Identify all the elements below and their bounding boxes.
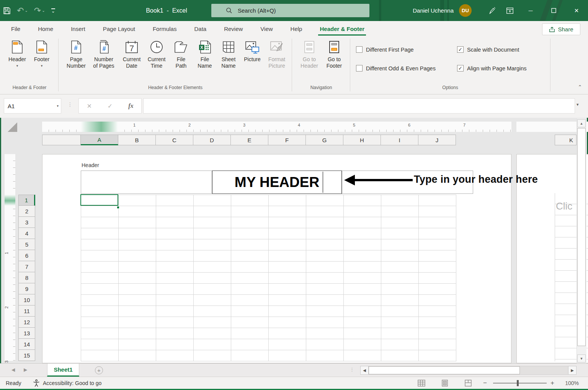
- checkbox-scale-with-document[interactable]: ✓ Scale with Document: [457, 46, 519, 53]
- share-button[interactable]: Share: [542, 23, 580, 35]
- zoom-level[interactable]: 100%: [561, 380, 579, 386]
- pen-sparkle-button[interactable]: [482, 0, 501, 21]
- checkbox-align-page-margins[interactable]: ✓ Align with Page Margins: [457, 65, 527, 72]
- normal-view-button[interactable]: [417, 379, 426, 387]
- column-header-E[interactable]: E: [231, 135, 268, 145]
- search-input[interactable]: Search (Alt+Q): [211, 4, 369, 17]
- insert-function-icon[interactable]: fx: [128, 102, 133, 109]
- row-header-12[interactable]: 12: [18, 317, 35, 328]
- tab-header-footer[interactable]: Header & Footer: [318, 21, 366, 36]
- tab-help[interactable]: Help: [289, 21, 304, 36]
- ribbon-display-options-button[interactable]: [501, 0, 519, 21]
- column-header-J[interactable]: J: [418, 135, 456, 145]
- tab-home[interactable]: Home: [36, 21, 55, 36]
- format-picture-button[interactable]: FormatPicture: [263, 39, 290, 69]
- redo-dropdown-icon[interactable]: ⌄: [42, 8, 45, 13]
- checkbox-different-odd-even[interactable]: Different Odd & Even Pages: [356, 65, 436, 72]
- horizontal-scrollbar-thumb[interactable]: [369, 366, 520, 374]
- column-header-B[interactable]: B: [118, 135, 156, 145]
- column-header-F[interactable]: F: [268, 135, 306, 145]
- zoom-slider-handle[interactable]: [517, 380, 519, 386]
- collapse-ribbon-button[interactable]: ⌃: [575, 83, 585, 91]
- row-header-2[interactable]: 2: [18, 206, 35, 217]
- column-header-A[interactable]: A: [81, 135, 118, 145]
- enter-icon[interactable]: ✓: [108, 102, 113, 110]
- column-header-H[interactable]: H: [343, 135, 381, 145]
- customize-qat-button[interactable]: ⌄: [48, 3, 58, 18]
- sheet-name-button[interactable]: SheetName: [215, 39, 242, 69]
- row-header-9[interactable]: 9: [18, 283, 35, 294]
- zoom-in-button[interactable]: +: [550, 379, 554, 387]
- expand-formula-bar-icon[interactable]: ▾: [577, 102, 579, 107]
- redo-button[interactable]: ↷ ⌄: [31, 3, 48, 18]
- header-button[interactable]: Header ▾: [4, 39, 31, 68]
- undo-button[interactable]: ↶ ⌄: [14, 3, 31, 18]
- header-section-left[interactable]: [81, 171, 212, 194]
- scroll-left-button[interactable]: ◀: [360, 366, 369, 375]
- tab-review[interactable]: Review: [222, 21, 244, 36]
- column-header-I[interactable]: I: [381, 135, 418, 145]
- row-header-3[interactable]: 3: [18, 217, 35, 228]
- footer-button[interactable]: Footer ▾: [28, 39, 55, 68]
- avatar[interactable]: DU: [459, 4, 472, 17]
- close-button[interactable]: ✕: [565, 0, 588, 21]
- maximize-button[interactable]: [542, 0, 565, 21]
- file-path-button[interactable]: FilePath: [168, 39, 194, 69]
- previous-sheet-button[interactable]: ◀: [11, 367, 15, 372]
- tab-insert[interactable]: Insert: [69, 21, 87, 36]
- picture-button[interactable]: Picture: [239, 39, 266, 63]
- minimize-button[interactable]: ─: [519, 0, 542, 21]
- page-layout-view-button[interactable]: [441, 379, 449, 387]
- tab-view[interactable]: View: [259, 21, 274, 36]
- number-of-pages-button[interactable]: # Numberof Pages: [90, 39, 117, 69]
- column-header-C[interactable]: C: [156, 135, 193, 145]
- row-header-5[interactable]: 5: [18, 239, 35, 250]
- undo-dropdown-icon[interactable]: ⌄: [24, 8, 28, 13]
- selected-cell-A1[interactable]: [80, 194, 118, 206]
- scroll-down-button[interactable]: ▼: [577, 354, 586, 362]
- row-header-6[interactable]: 6: [18, 250, 35, 261]
- row-header-8[interactable]: 8: [18, 272, 35, 283]
- next-sheet-button[interactable]: ▶: [24, 367, 27, 372]
- page-number-button[interactable]: # PageNumber: [63, 39, 90, 69]
- row-header-11[interactable]: 11: [18, 306, 35, 317]
- accessibility-status[interactable]: Accessibility: Good to go: [33, 379, 101, 387]
- name-box-dropdown-icon[interactable]: ▾: [57, 104, 59, 108]
- checkbox-icon[interactable]: [356, 46, 363, 53]
- name-box[interactable]: A1 ▾: [4, 98, 61, 114]
- tab-file[interactable]: File: [10, 21, 22, 36]
- tab-formulas[interactable]: Formulas: [151, 21, 178, 36]
- row-header-13[interactable]: 13: [18, 328, 35, 339]
- file-name-button[interactable]: X FileName: [191, 39, 218, 69]
- row-header-14[interactable]: 14: [18, 339, 35, 350]
- row-header-15[interactable]: 15: [18, 350, 35, 361]
- row-header-1[interactable]: 1: [18, 195, 35, 206]
- current-time-button[interactable]: CurrentTime: [143, 39, 170, 69]
- row-header-4[interactable]: 4: [18, 228, 35, 239]
- row-header-7[interactable]: 7: [18, 261, 35, 272]
- scroll-right-button[interactable]: ▶: [568, 366, 577, 375]
- current-date-button[interactable]: 7 CurrentDate: [118, 39, 145, 69]
- column-header-G[interactable]: G: [306, 135, 343, 145]
- fill-handle[interactable]: [117, 206, 119, 209]
- zoom-out-button[interactable]: −: [483, 379, 487, 387]
- ruler-corner-triangle[interactable]: [8, 122, 17, 132]
- column-header-D[interactable]: D: [193, 135, 231, 145]
- go-to-header-button[interactable]: Go toHeader: [296, 39, 323, 69]
- tab-data[interactable]: Data: [193, 21, 208, 36]
- column-header-K[interactable]: K: [555, 135, 577, 145]
- formula-input[interactable]: [143, 98, 575, 114]
- vertical-scrollbar-thumb[interactable]: [577, 128, 586, 346]
- scrollbar-resize-handle[interactable]: ⋮: [350, 367, 354, 372]
- header-section-center[interactable]: MY HEADER: [212, 171, 342, 194]
- checkbox-different-first-page[interactable]: Different First Page: [356, 46, 414, 53]
- row-header-10[interactable]: 10: [18, 294, 35, 306]
- tab-page-layout[interactable]: Page Layout: [101, 21, 137, 36]
- checkbox-icon[interactable]: [356, 65, 363, 72]
- checkbox-checked-icon[interactable]: ✓: [457, 65, 464, 72]
- formula-bar-resize-handle[interactable]: ⋮: [67, 101, 73, 107]
- checkbox-checked-icon[interactable]: ✓: [457, 46, 464, 53]
- cancel-icon[interactable]: ✕: [87, 102, 91, 110]
- cell-grid[interactable]: [81, 195, 456, 361]
- save-button[interactable]: [0, 3, 14, 18]
